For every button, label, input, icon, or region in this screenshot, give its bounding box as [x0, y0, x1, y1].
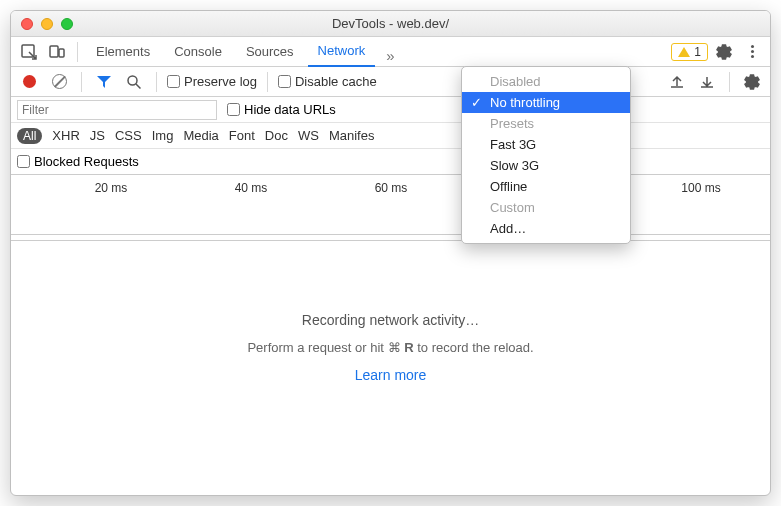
blocked-requests-input[interactable]	[17, 155, 30, 168]
import-har-icon[interactable]	[665, 70, 689, 94]
filter-bar: Hide data URLs	[11, 97, 770, 123]
throttling-option-no-throttling[interactable]: No throttling	[462, 92, 630, 113]
chip-font[interactable]: Font	[229, 128, 255, 143]
timeline-tick: 60 ms	[375, 181, 408, 195]
learn-more-link[interactable]: Learn more	[355, 367, 427, 383]
throttling-option-offline[interactable]: Offline	[462, 176, 630, 197]
settings-icon[interactable]	[712, 40, 736, 64]
kebab-menu-icon[interactable]	[740, 40, 764, 64]
throttling-dropdown: Disabled No throttling Presets Fast 3G S…	[461, 66, 631, 244]
titlebar: DevTools - web.dev/	[11, 11, 770, 37]
preserve-log-label: Preserve log	[184, 74, 257, 89]
empty-subtitle: Perform a request or hit ⌘ R to record t…	[247, 340, 533, 355]
timeline-overview[interactable]: 20 ms 40 ms 60 ms 100 ms	[11, 175, 770, 235]
inspect-icon[interactable]	[17, 40, 41, 64]
disable-cache-input[interactable]	[278, 75, 291, 88]
search-icon[interactable]	[122, 70, 146, 94]
separator	[267, 72, 268, 92]
dropdown-header-custom: Custom	[462, 197, 630, 218]
chip-doc[interactable]: Doc	[265, 128, 288, 143]
zoom-button[interactable]	[61, 18, 73, 30]
hide-data-urls-label: Hide data URLs	[244, 102, 336, 117]
blocked-requests-checkbox[interactable]: Blocked Requests	[17, 154, 139, 169]
throttling-option-add[interactable]: Add…	[462, 218, 630, 239]
tab-network[interactable]: Network	[308, 37, 376, 67]
chip-css[interactable]: CSS	[115, 128, 142, 143]
separator	[156, 72, 157, 92]
throttling-option-slow-3g[interactable]: Slow 3G	[462, 155, 630, 176]
network-toolbar: Preserve log Disable cache	[11, 67, 770, 97]
blocked-requests-label: Blocked Requests	[34, 154, 139, 169]
disable-cache-label: Disable cache	[295, 74, 377, 89]
chip-xhr[interactable]: XHR	[52, 128, 79, 143]
disable-cache-checkbox[interactable]: Disable cache	[278, 74, 377, 89]
tab-elements[interactable]: Elements	[86, 37, 160, 67]
chip-js[interactable]: JS	[90, 128, 105, 143]
timeline-tick: 20 ms	[95, 181, 128, 195]
filter-input[interactable]	[17, 100, 217, 120]
chip-img[interactable]: Img	[152, 128, 174, 143]
hide-data-urls-checkbox[interactable]: Hide data URLs	[227, 102, 336, 117]
more-tabs-icon[interactable]	[379, 40, 403, 64]
svg-rect-2	[59, 49, 64, 57]
tab-console[interactable]: Console	[164, 37, 232, 67]
timeline-tick: 40 ms	[235, 181, 268, 195]
throttling-option-fast-3g[interactable]: Fast 3G	[462, 134, 630, 155]
clear-button[interactable]	[47, 70, 71, 94]
chip-media[interactable]: Media	[183, 128, 218, 143]
warning-icon	[678, 47, 690, 57]
empty-state: Recording network activity… Perform a re…	[11, 241, 770, 453]
network-settings-icon[interactable]	[740, 70, 764, 94]
device-toggle-icon[interactable]	[45, 40, 69, 64]
chip-manifest[interactable]: Manifes	[329, 128, 375, 143]
preserve-log-input[interactable]	[167, 75, 180, 88]
window-title: DevTools - web.dev/	[11, 16, 770, 31]
blocked-requests-bar: Blocked Requests	[11, 149, 770, 175]
window-controls	[21, 18, 73, 30]
svg-point-3	[128, 76, 137, 85]
preserve-log-checkbox[interactable]: Preserve log	[167, 74, 257, 89]
hide-data-urls-input[interactable]	[227, 103, 240, 116]
tabs-bar: Elements Console Sources Network 1	[11, 37, 770, 67]
svg-rect-1	[50, 46, 58, 57]
dropdown-header-disabled: Disabled	[462, 71, 630, 92]
dropdown-header-presets: Presets	[462, 113, 630, 134]
empty-title: Recording network activity…	[302, 312, 479, 328]
record-button[interactable]	[17, 70, 41, 94]
separator	[81, 72, 82, 92]
timeline-tick: 100 ms	[681, 181, 720, 195]
minimize-button[interactable]	[41, 18, 53, 30]
resource-type-bar: All XHR JS CSS Img Media Font Doc WS Man…	[11, 123, 770, 149]
close-button[interactable]	[21, 18, 33, 30]
warnings-count: 1	[694, 45, 701, 59]
export-har-icon[interactable]	[695, 70, 719, 94]
separator	[77, 42, 78, 62]
separator	[729, 72, 730, 92]
devtools-window: DevTools - web.dev/ Elements Console Sou…	[10, 10, 771, 496]
chip-ws[interactable]: WS	[298, 128, 319, 143]
tab-sources[interactable]: Sources	[236, 37, 304, 67]
warnings-badge[interactable]: 1	[671, 43, 708, 61]
chip-all[interactable]: All	[17, 128, 42, 144]
filter-toggle-icon[interactable]	[92, 70, 116, 94]
